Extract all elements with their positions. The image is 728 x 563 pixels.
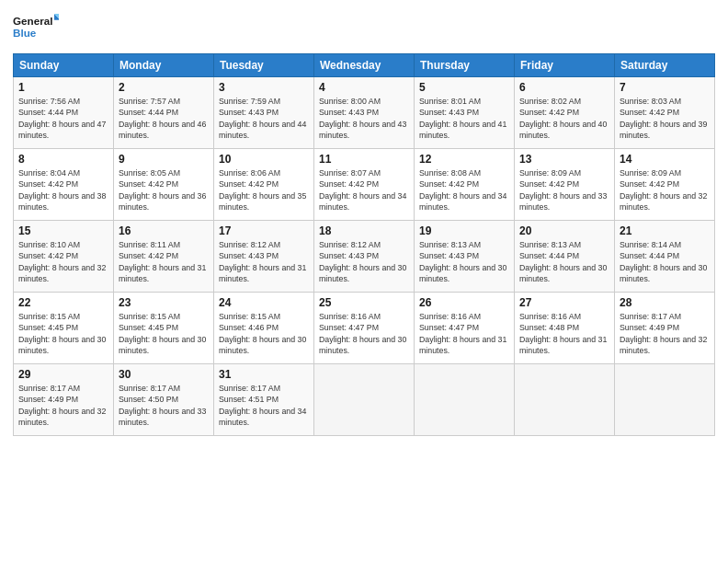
calendar-week-row: 8 Sunrise: 8:04 AMSunset: 4:42 PMDayligh…	[14, 149, 715, 221]
calendar-day-cell: 3 Sunrise: 7:59 AMSunset: 4:43 PMDayligh…	[214, 77, 314, 149]
day-number: 1	[18, 81, 108, 94]
day-info: Sunrise: 8:06 AMSunset: 4:42 PMDaylight:…	[219, 168, 306, 212]
day-info: Sunrise: 8:02 AMSunset: 4:42 PMDaylight:…	[519, 97, 607, 140]
day-number: 28	[620, 296, 710, 309]
day-info: Sunrise: 7:57 AMSunset: 4:44 PMDaylight:…	[119, 97, 206, 140]
day-info: Sunrise: 8:13 AMSunset: 4:44 PMDaylight:…	[519, 240, 607, 283]
calendar-day-cell: 2 Sunrise: 7:57 AMSunset: 4:44 PMDayligh…	[114, 77, 214, 149]
day-info: Sunrise: 8:17 AMSunset: 4:51 PMDaylight:…	[219, 384, 306, 427]
weekday-header-cell: Sunday	[14, 54, 114, 77]
day-number: 12	[419, 153, 509, 166]
calendar-week-row: 29 Sunrise: 8:17 AMSunset: 4:49 PMDaylig…	[14, 364, 715, 436]
day-info: Sunrise: 8:05 AMSunset: 4:42 PMDaylight:…	[119, 168, 206, 212]
day-info: Sunrise: 8:16 AMSunset: 4:48 PMDaylight:…	[519, 312, 607, 355]
calendar-day-cell: 25 Sunrise: 8:16 AMSunset: 4:47 PMDaylig…	[314, 293, 415, 364]
svg-text:General: General	[13, 15, 52, 27]
calendar-day-cell: 29 Sunrise: 8:17 AMSunset: 4:49 PMDaylig…	[14, 364, 114, 436]
calendar-day-cell: 26 Sunrise: 8:16 AMSunset: 4:47 PMDaylig…	[415, 293, 515, 364]
day-number: 14	[620, 153, 710, 166]
day-number: 16	[119, 224, 209, 237]
calendar-day-cell: 17 Sunrise: 8:12 AMSunset: 4:43 PMDaylig…	[214, 221, 314, 293]
calendar-day-cell	[415, 364, 515, 436]
day-number: 23	[119, 296, 209, 309]
calendar-day-cell: 4 Sunrise: 8:00 AMSunset: 4:43 PMDayligh…	[314, 77, 415, 149]
day-info: Sunrise: 8:14 AMSunset: 4:44 PMDaylight:…	[620, 240, 707, 283]
weekday-header-cell: Tuesday	[214, 54, 314, 77]
day-info: Sunrise: 8:15 AMSunset: 4:45 PMDaylight:…	[119, 312, 206, 355]
day-info: Sunrise: 8:15 AMSunset: 4:46 PMDaylight:…	[219, 312, 306, 355]
calendar-day-cell: 30 Sunrise: 8:17 AMSunset: 4:50 PMDaylig…	[114, 364, 214, 436]
weekday-header-cell: Thursday	[415, 54, 515, 77]
day-info: Sunrise: 8:13 AMSunset: 4:43 PMDaylight:…	[419, 240, 506, 283]
weekday-header-cell: Friday	[515, 54, 615, 77]
calendar-day-cell: 20 Sunrise: 8:13 AMSunset: 4:44 PMDaylig…	[515, 221, 615, 293]
calendar-table: SundayMondayTuesdayWednesdayThursdayFrid…	[13, 53, 715, 436]
day-number: 31	[219, 368, 309, 381]
day-number: 27	[519, 296, 609, 309]
day-info: Sunrise: 8:08 AMSunset: 4:42 PMDaylight:…	[419, 168, 506, 212]
calendar-week-row: 1 Sunrise: 7:56 AMSunset: 4:44 PMDayligh…	[14, 77, 715, 149]
calendar-day-cell: 9 Sunrise: 8:05 AMSunset: 4:42 PMDayligh…	[114, 149, 214, 221]
day-number: 26	[419, 296, 509, 309]
day-number: 8	[18, 153, 108, 166]
calendar-body: 1 Sunrise: 7:56 AMSunset: 4:44 PMDayligh…	[14, 77, 715, 436]
day-info: Sunrise: 8:00 AMSunset: 4:43 PMDaylight:…	[319, 97, 406, 140]
calendar-day-cell: 19 Sunrise: 8:13 AMSunset: 4:43 PMDaylig…	[415, 221, 515, 293]
day-number: 21	[620, 224, 710, 237]
day-number: 7	[620, 81, 710, 94]
logo-svg: General Blue	[13, 9, 59, 46]
calendar-day-cell: 7 Sunrise: 8:03 AMSunset: 4:42 PMDayligh…	[615, 77, 715, 149]
day-info: Sunrise: 8:01 AMSunset: 4:43 PMDaylight:…	[419, 97, 506, 140]
day-info: Sunrise: 8:09 AMSunset: 4:42 PMDaylight:…	[519, 168, 607, 212]
calendar-day-cell: 10 Sunrise: 8:06 AMSunset: 4:42 PMDaylig…	[214, 149, 314, 221]
day-info: Sunrise: 8:12 AMSunset: 4:43 PMDaylight:…	[219, 240, 306, 283]
day-info: Sunrise: 8:09 AMSunset: 4:42 PMDaylight:…	[620, 168, 707, 212]
day-number: 5	[419, 81, 509, 94]
day-number: 22	[18, 296, 108, 309]
day-number: 3	[219, 81, 309, 94]
day-info: Sunrise: 8:11 AMSunset: 4:42 PMDaylight:…	[119, 240, 206, 283]
day-number: 30	[119, 368, 209, 381]
calendar-day-cell: 1 Sunrise: 7:56 AMSunset: 4:44 PMDayligh…	[14, 77, 114, 149]
day-number: 4	[319, 81, 409, 94]
day-info: Sunrise: 7:59 AMSunset: 4:43 PMDaylight:…	[219, 97, 306, 140]
day-number: 13	[519, 153, 609, 166]
calendar-day-cell: 12 Sunrise: 8:08 AMSunset: 4:42 PMDaylig…	[415, 149, 515, 221]
day-info: Sunrise: 8:12 AMSunset: 4:43 PMDaylight:…	[319, 240, 406, 283]
day-number: 6	[519, 81, 609, 94]
calendar-week-row: 22 Sunrise: 8:15 AMSunset: 4:45 PMDaylig…	[14, 293, 715, 364]
day-info: Sunrise: 8:16 AMSunset: 4:47 PMDaylight:…	[419, 312, 506, 355]
calendar-day-cell	[615, 364, 715, 436]
calendar-day-cell: 28 Sunrise: 8:17 AMSunset: 4:49 PMDaylig…	[615, 293, 715, 364]
calendar-day-cell: 8 Sunrise: 8:04 AMSunset: 4:42 PMDayligh…	[14, 149, 114, 221]
day-info: Sunrise: 8:03 AMSunset: 4:42 PMDaylight:…	[620, 97, 707, 140]
calendar-day-cell: 18 Sunrise: 8:12 AMSunset: 4:43 PMDaylig…	[314, 221, 415, 293]
day-number: 2	[119, 81, 209, 94]
day-number: 10	[219, 153, 309, 166]
calendar-day-cell: 14 Sunrise: 8:09 AMSunset: 4:42 PMDaylig…	[615, 149, 715, 221]
day-info: Sunrise: 8:17 AMSunset: 4:50 PMDaylight:…	[119, 384, 206, 427]
day-info: Sunrise: 7:56 AMSunset: 4:44 PMDaylight:…	[18, 97, 106, 140]
calendar-day-cell: 22 Sunrise: 8:15 AMSunset: 4:45 PMDaylig…	[14, 293, 114, 364]
day-number: 15	[18, 224, 108, 237]
page-header: General Blue	[13, 9, 715, 46]
weekday-header-cell: Saturday	[615, 54, 715, 77]
day-info: Sunrise: 8:15 AMSunset: 4:45 PMDaylight:…	[18, 312, 106, 355]
calendar-day-cell: 11 Sunrise: 8:07 AMSunset: 4:42 PMDaylig…	[314, 149, 415, 221]
calendar-day-cell: 13 Sunrise: 8:09 AMSunset: 4:42 PMDaylig…	[515, 149, 615, 221]
weekday-header-cell: Wednesday	[314, 54, 415, 77]
day-number: 17	[219, 224, 309, 237]
day-info: Sunrise: 8:10 AMSunset: 4:42 PMDaylight:…	[18, 240, 106, 283]
calendar-day-cell: 24 Sunrise: 8:15 AMSunset: 4:46 PMDaylig…	[214, 293, 314, 364]
calendar-day-cell	[314, 364, 415, 436]
day-number: 29	[18, 368, 108, 381]
calendar-day-cell: 31 Sunrise: 8:17 AMSunset: 4:51 PMDaylig…	[214, 364, 314, 436]
day-number: 25	[319, 296, 409, 309]
calendar-week-row: 15 Sunrise: 8:10 AMSunset: 4:42 PMDaylig…	[14, 221, 715, 293]
svg-text:Blue: Blue	[13, 27, 37, 39]
weekday-header-cell: Monday	[114, 54, 214, 77]
calendar-day-cell: 21 Sunrise: 8:14 AMSunset: 4:44 PMDaylig…	[615, 221, 715, 293]
day-info: Sunrise: 8:16 AMSunset: 4:47 PMDaylight:…	[319, 312, 406, 355]
day-info: Sunrise: 8:07 AMSunset: 4:42 PMDaylight:…	[319, 168, 406, 212]
day-number: 19	[419, 224, 509, 237]
